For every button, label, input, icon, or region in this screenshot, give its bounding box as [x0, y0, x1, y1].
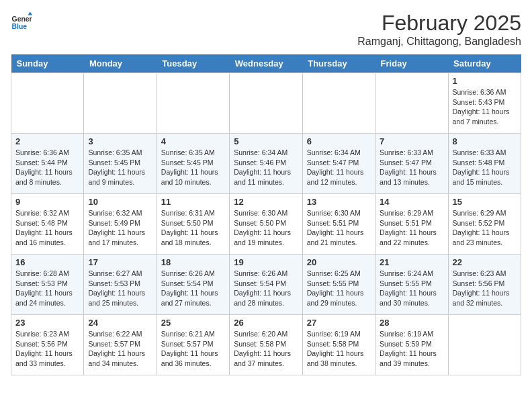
- day-number: 11: [161, 197, 225, 207]
- column-header-sunday: Sunday: [11, 54, 84, 73]
- day-number: 21: [380, 257, 443, 267]
- column-header-tuesday: Tuesday: [157, 54, 229, 73]
- calendar-cell: 24Sunrise: 6:22 AM Sunset: 5:57 PM Dayli…: [84, 315, 157, 375]
- calendar-cell: 15Sunrise: 6:29 AM Sunset: 5:52 PM Dayli…: [448, 194, 521, 255]
- calendar-cell: 27Sunrise: 6:19 AM Sunset: 5:58 PM Dayli…: [302, 315, 375, 375]
- column-header-thursday: Thursday: [302, 54, 375, 73]
- calendar-cell: 1Sunrise: 6:36 AM Sunset: 5:43 PM Daylig…: [448, 73, 521, 134]
- calendar-cell: 19Sunrise: 6:26 AM Sunset: 5:54 PM Dayli…: [230, 255, 302, 315]
- calendar-cell: 12Sunrise: 6:30 AM Sunset: 5:50 PM Dayli…: [230, 194, 302, 255]
- day-number: 4: [161, 136, 225, 146]
- day-number: 14: [380, 197, 443, 207]
- calendar-cell: 11Sunrise: 6:31 AM Sunset: 5:50 PM Dayli…: [157, 194, 229, 255]
- calendar-cell: [448, 315, 521, 375]
- calendar-cell: 23Sunrise: 6:23 AM Sunset: 5:56 PM Dayli…: [11, 315, 84, 375]
- day-number: 7: [380, 136, 443, 146]
- day-number: 9: [15, 197, 79, 207]
- day-number: 8: [453, 136, 517, 146]
- logo-icon: General Blue: [11, 11, 32, 32]
- day-number: 12: [234, 197, 298, 207]
- calendar-table: SundayMondayTuesdayWednesdayThursdayFrid…: [11, 54, 521, 375]
- calendar-cell: 18Sunrise: 6:26 AM Sunset: 5:54 PM Dayli…: [157, 255, 229, 315]
- main-title: February 2025: [357, 11, 521, 36]
- day-info: Sunrise: 6:31 AM Sunset: 5:50 PM Dayligh…: [161, 208, 225, 248]
- day-info: Sunrise: 6:35 AM Sunset: 5:45 PM Dayligh…: [161, 148, 225, 187]
- day-info: Sunrise: 6:21 AM Sunset: 5:57 PM Dayligh…: [161, 329, 225, 369]
- calendar-cell: 10Sunrise: 6:32 AM Sunset: 5:49 PM Dayli…: [84, 194, 157, 255]
- day-info: Sunrise: 6:29 AM Sunset: 5:51 PM Dayligh…: [380, 208, 443, 248]
- day-info: Sunrise: 6:28 AM Sunset: 5:53 PM Dayligh…: [15, 269, 79, 308]
- day-info: Sunrise: 6:30 AM Sunset: 5:51 PM Dayligh…: [307, 208, 371, 248]
- day-number: 1: [453, 76, 517, 86]
- day-number: 13: [307, 197, 371, 207]
- day-info: Sunrise: 6:19 AM Sunset: 5:59 PM Dayligh…: [380, 329, 443, 369]
- day-number: 23: [15, 318, 79, 328]
- calendar-cell: 21Sunrise: 6:24 AM Sunset: 5:55 PM Dayli…: [375, 255, 448, 315]
- week-row-5: 23Sunrise: 6:23 AM Sunset: 5:56 PM Dayli…: [11, 315, 521, 375]
- day-number: 6: [307, 136, 371, 146]
- day-number: 15: [453, 197, 517, 207]
- calendar-cell: 14Sunrise: 6:29 AM Sunset: 5:51 PM Dayli…: [375, 194, 448, 255]
- calendar-cell: 8Sunrise: 6:33 AM Sunset: 5:48 PM Daylig…: [448, 134, 521, 194]
- day-number: 2: [15, 136, 79, 146]
- column-header-wednesday: Wednesday: [230, 54, 302, 73]
- day-number: 5: [234, 136, 298, 146]
- day-number: 24: [88, 318, 152, 328]
- calendar-cell: 26Sunrise: 6:20 AM Sunset: 5:58 PM Dayli…: [230, 315, 302, 375]
- day-info: Sunrise: 6:29 AM Sunset: 5:52 PM Dayligh…: [453, 208, 517, 248]
- calendar-cell: 22Sunrise: 6:23 AM Sunset: 5:56 PM Dayli…: [448, 255, 521, 315]
- calendar-cell: [84, 73, 157, 134]
- day-number: 3: [88, 136, 152, 146]
- day-number: 27: [307, 318, 371, 328]
- day-info: Sunrise: 6:32 AM Sunset: 5:49 PM Dayligh…: [88, 208, 152, 248]
- calendar-cell: 4Sunrise: 6:35 AM Sunset: 5:45 PM Daylig…: [157, 134, 229, 194]
- day-number: 17: [88, 257, 152, 267]
- svg-text:General: General: [12, 15, 32, 23]
- header: General Blue February 2025 Ramganj, Chit…: [11, 11, 521, 48]
- day-info: Sunrise: 6:36 AM Sunset: 5:44 PM Dayligh…: [15, 148, 79, 187]
- calendar-cell: [375, 73, 448, 134]
- svg-text:Blue: Blue: [12, 23, 28, 30]
- svg-marker-2: [28, 12, 32, 15]
- calendar-cell: 13Sunrise: 6:30 AM Sunset: 5:51 PM Dayli…: [302, 194, 375, 255]
- week-row-2: 2Sunrise: 6:36 AM Sunset: 5:44 PM Daylig…: [11, 134, 521, 194]
- calendar-cell: 5Sunrise: 6:34 AM Sunset: 5:46 PM Daylig…: [230, 134, 302, 194]
- day-number: 18: [161, 257, 225, 267]
- calendar-cell: 9Sunrise: 6:32 AM Sunset: 5:48 PM Daylig…: [11, 194, 84, 255]
- day-number: 28: [380, 318, 443, 328]
- day-number: 22: [453, 257, 517, 267]
- calendar-cell: 20Sunrise: 6:25 AM Sunset: 5:55 PM Dayli…: [302, 255, 375, 315]
- week-row-4: 16Sunrise: 6:28 AM Sunset: 5:53 PM Dayli…: [11, 255, 521, 315]
- day-info: Sunrise: 6:26 AM Sunset: 5:54 PM Dayligh…: [161, 269, 225, 308]
- day-info: Sunrise: 6:27 AM Sunset: 5:53 PM Dayligh…: [88, 269, 152, 308]
- day-info: Sunrise: 6:26 AM Sunset: 5:54 PM Dayligh…: [234, 269, 298, 308]
- day-number: 20: [307, 257, 371, 267]
- column-header-saturday: Saturday: [448, 54, 521, 73]
- day-info: Sunrise: 6:25 AM Sunset: 5:55 PM Dayligh…: [307, 269, 371, 308]
- day-number: 25: [161, 318, 225, 328]
- day-number: 10: [88, 197, 152, 207]
- day-number: 16: [15, 257, 79, 267]
- column-header-friday: Friday: [375, 54, 448, 73]
- day-info: Sunrise: 6:22 AM Sunset: 5:57 PM Dayligh…: [88, 329, 152, 369]
- day-info: Sunrise: 6:24 AM Sunset: 5:55 PM Dayligh…: [380, 269, 443, 308]
- day-number: 26: [234, 318, 298, 328]
- calendar-cell: [157, 73, 229, 134]
- calendar-cell: 16Sunrise: 6:28 AM Sunset: 5:53 PM Dayli…: [11, 255, 84, 315]
- week-row-1: 1Sunrise: 6:36 AM Sunset: 5:43 PM Daylig…: [11, 73, 521, 134]
- calendar-cell: 6Sunrise: 6:34 AM Sunset: 5:47 PM Daylig…: [302, 134, 375, 194]
- calendar-cell: [230, 73, 302, 134]
- title-area: February 2025 Ramganj, Chittagong, Bangl…: [357, 11, 521, 48]
- calendar-cell: 17Sunrise: 6:27 AM Sunset: 5:53 PM Dayli…: [84, 255, 157, 315]
- calendar-cell: 28Sunrise: 6:19 AM Sunset: 5:59 PM Dayli…: [375, 315, 448, 375]
- day-info: Sunrise: 6:33 AM Sunset: 5:47 PM Dayligh…: [380, 148, 443, 187]
- day-info: Sunrise: 6:32 AM Sunset: 5:48 PM Dayligh…: [15, 208, 79, 248]
- day-number: 19: [234, 257, 298, 267]
- week-row-3: 9Sunrise: 6:32 AM Sunset: 5:48 PM Daylig…: [11, 194, 521, 255]
- header-row: SundayMondayTuesdayWednesdayThursdayFrid…: [11, 54, 521, 73]
- day-info: Sunrise: 6:19 AM Sunset: 5:58 PM Dayligh…: [307, 329, 371, 369]
- day-info: Sunrise: 6:34 AM Sunset: 5:46 PM Dayligh…: [234, 148, 298, 187]
- day-info: Sunrise: 6:20 AM Sunset: 5:58 PM Dayligh…: [234, 329, 298, 369]
- logo: General Blue: [11, 11, 32, 32]
- calendar-cell: [11, 73, 84, 134]
